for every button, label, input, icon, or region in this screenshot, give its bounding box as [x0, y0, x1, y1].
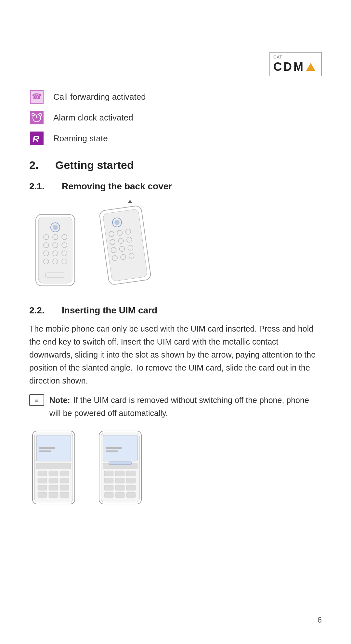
svg-rect-61 — [38, 492, 47, 498]
back-cover-diagram — [29, 198, 322, 292]
svg-rect-82 — [126, 492, 136, 498]
alarm-clock-icon-box — [29, 110, 44, 125]
section-2-1-heading: 2.1. Removing the back cover — [29, 181, 322, 192]
svg-rect-80 — [104, 492, 113, 498]
svg-rect-53 — [49, 471, 58, 476]
section-2-2-title: Inserting the UIM card — [62, 305, 157, 316]
section-2-2-num: 2.2. — [29, 305, 62, 316]
call-forward-icon: ☎ ↗ — [30, 90, 44, 104]
note-text: Note:If the UIM card is removed without … — [49, 394, 322, 420]
svg-point-27 — [53, 225, 58, 230]
svg-rect-50 — [39, 450, 51, 452]
logo-area: CAT C D M — [29, 52, 322, 76]
svg-rect-81 — [115, 492, 124, 498]
alarm-clock-label: Alarm clock activated — [53, 113, 133, 123]
svg-rect-58 — [38, 485, 47, 490]
svg-rect-54 — [60, 471, 69, 476]
phone-back-flat-icon — [29, 208, 81, 292]
page-number: 6 — [318, 615, 322, 625]
logo-box: CAT C D M — [269, 52, 322, 76]
svg-rect-51 — [36, 463, 71, 469]
svg-rect-52 — [38, 471, 47, 476]
section-2-2-heading: 2.2. Inserting the UIM card — [29, 305, 322, 316]
section-2-1-num: 2.1. — [29, 181, 62, 192]
roaming-icon: R — [30, 132, 44, 145]
section-2-title: Getting started — [55, 159, 134, 171]
svg-rect-77 — [104, 485, 113, 490]
cat-label: CAT — [273, 55, 315, 59]
cdma-label: C D M — [273, 60, 315, 74]
note-row: Note:If the UIM card is removed without … — [29, 394, 322, 420]
svg-rect-74 — [104, 478, 113, 483]
section-2-1-title: Removing the back cover — [62, 181, 172, 192]
svg-rect-55 — [38, 478, 47, 483]
note-content: If the UIM card is removed without switc… — [49, 396, 309, 418]
svg-rect-59 — [49, 485, 58, 490]
list-item: Alarm clock activated — [29, 110, 322, 125]
svg-rect-70 — [109, 462, 132, 464]
svg-rect-75 — [115, 478, 124, 483]
icon-list: ☎ ↗ Call forwarding activated — [29, 89, 322, 146]
uim-phone-1-icon — [29, 429, 80, 507]
call-forward-icon-box: ☎ ↗ — [29, 89, 44, 104]
svg-rect-56 — [49, 478, 58, 483]
note-label: Note: — [49, 396, 70, 405]
svg-rect-72 — [115, 471, 124, 476]
svg-rect-62 — [49, 492, 58, 498]
svg-text:↗: ↗ — [38, 93, 42, 98]
svg-text:R: R — [32, 134, 39, 144]
svg-rect-73 — [126, 471, 136, 476]
roaming-label: Roaming state — [53, 133, 108, 144]
svg-rect-71 — [104, 471, 113, 476]
svg-marker-29 — [128, 200, 132, 203]
uim-diagram — [29, 429, 322, 507]
list-item: R Roaming state — [29, 131, 322, 146]
phone-back-angled-icon — [94, 198, 159, 292]
section-2-num: 2. — [29, 159, 55, 171]
svg-rect-31 — [103, 209, 148, 281]
list-item: ☎ ↗ Call forwarding activated — [29, 89, 322, 104]
svg-rect-68 — [106, 450, 118, 452]
svg-rect-57 — [60, 478, 69, 483]
svg-rect-79 — [126, 485, 136, 490]
uim-phone-2-icon — [96, 429, 146, 507]
roaming-icon-box: R — [29, 131, 44, 146]
note-icon — [29, 394, 44, 406]
logo-triangle-icon — [306, 63, 315, 71]
svg-rect-49 — [39, 447, 55, 449]
uim-body-text: The mobile phone can only be used with t… — [29, 322, 322, 387]
svg-rect-67 — [106, 447, 122, 449]
svg-rect-63 — [60, 492, 69, 498]
call-forward-label: Call forwarding activated — [53, 92, 146, 102]
svg-rect-78 — [115, 485, 124, 490]
section-2-heading: 2. Getting started — [29, 159, 322, 171]
svg-rect-60 — [60, 485, 69, 490]
svg-rect-76 — [126, 478, 136, 483]
alarm-clock-icon — [30, 111, 44, 124]
